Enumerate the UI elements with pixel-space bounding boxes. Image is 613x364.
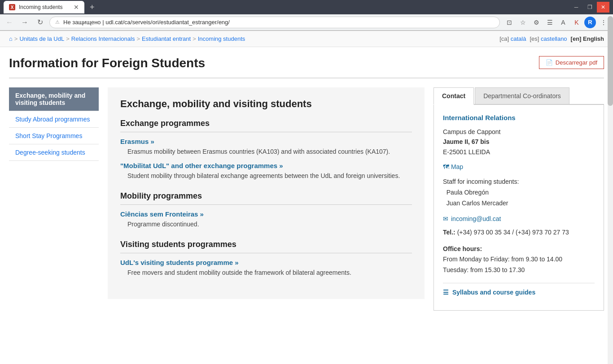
address-line3: E-25001 LLEIDA [443, 148, 490, 156]
acrobat-icon[interactable]: A [557, 17, 569, 28]
toolbar-icons: ⊡ ☆ ⚙ ☰ A K R ⋮ [504, 17, 609, 28]
breadcrumb-relacions[interactable]: Relacions Internacionals [71, 35, 135, 42]
contact-panel-content: International Relations Campus de Cappon… [433, 105, 604, 311]
bookmark-icon[interactable]: ☆ [517, 17, 529, 28]
office-hours-title: Office hours: [443, 245, 482, 252]
breadcrumb-unitats[interactable]: Unitats de la UdL [19, 35, 64, 42]
contact-tabs-header: Contact Departmental Co-ordinators [433, 87, 604, 105]
email-address: incoming@udl.cat [451, 215, 501, 222]
erasmus-link[interactable]: Erasmus [120, 138, 154, 145]
degree-seeking-link[interactable]: Degree-seeking students [15, 149, 85, 156]
contact-address: Campus de Cappont Jaume II, 67 bis E-250… [443, 127, 595, 157]
tel-numbers: (+34) 973 00 35 34 / (+34) 973 70 27 73 [457, 229, 569, 236]
page-header: Information for Foreign Students 📄 Desca… [9, 56, 604, 78]
tab-title: Incoming students [19, 4, 62, 10]
scrollbar-thumb[interactable] [608, 16, 613, 106]
content-layout: Exchange, mobility and visiting students… [9, 87, 604, 311]
address-line2: Jaume II, 67 bis [443, 138, 490, 145]
org-name: International Relations [443, 114, 595, 121]
staff-member-1: Paula Obregón [447, 189, 489, 196]
lang-ca[interactable]: [ca] català [499, 35, 526, 42]
erasmus-description: Erasmus mobility between Erasmus countri… [127, 147, 412, 156]
exchange-programmes-title: Exchange programmes [120, 119, 412, 132]
visiting-programme-link[interactable]: UdL's visiting students programme [120, 259, 239, 266]
tel-label: Tel.: [443, 229, 455, 236]
office-hours-line1: From Monday to Friday: from 9.30 to 14.0… [443, 256, 562, 263]
visiting-programmes-title: Visiting students programmes [120, 240, 412, 253]
address-bar[interactable]: ⚠ Не защищено | udl.cat/ca/serveis/ori/e… [49, 17, 500, 28]
sidebar-item-study-abroad[interactable]: Study Abroad programmes [9, 111, 99, 128]
sidebar-item-degree-seeking[interactable]: Degree-seeking students [9, 144, 99, 161]
new-tab-button[interactable]: + [87, 3, 97, 12]
address-line1: Campus de Cappont [443, 128, 500, 135]
tab-departmental[interactable]: Departmental Co-ordinators [475, 87, 569, 104]
profile-icon[interactable]: R [584, 17, 596, 28]
article-inner: Exchange, mobility and visiting students… [108, 87, 425, 299]
article-heading: Exchange, mobility and visiting students [120, 98, 412, 110]
forward-button[interactable]: → [19, 17, 31, 28]
browser-chrome: X Incoming students ✕ + ─ ❐ ✕ ← → ↻ ⚠ Не… [0, 0, 613, 31]
sidebar: Exchange, mobility and visiting students… [9, 87, 99, 311]
tel-info: Tel.: (+34) 973 00 35 34 / (+34) 973 70 … [443, 229, 595, 236]
syllabus-icon: ☰ [443, 289, 449, 296]
mobilitat-link[interactable]: "Mobilitat UdL" and other exchange progr… [120, 162, 283, 169]
lang-es[interactable]: [es] castellano [530, 35, 567, 42]
short-stay-link[interactable]: Short Stay Programmes [15, 132, 82, 139]
sidebar-item-short-stay[interactable]: Short Stay Programmes [9, 128, 99, 144]
email-icon: ✉ [443, 215, 448, 222]
staff-section: Staff for incoming students: Paula Obreg… [443, 177, 595, 208]
right-panel: Contact Departmental Co-ordinators Inter… [433, 87, 604, 311]
breadcrumb: ⌂ > Unitats de la UdL > Relacions Intern… [9, 35, 245, 42]
visiting-description: Free movers and student mobility outside… [127, 268, 412, 277]
study-abroad-link[interactable]: Study Abroad programmes [15, 116, 90, 123]
close-button[interactable]: ✕ [597, 2, 609, 13]
tab-close-button[interactable]: ✕ [74, 4, 79, 11]
window-controls: ─ ❐ ✕ [570, 2, 609, 13]
sidebar-item-exchange[interactable]: Exchange, mobility and visiting students [9, 87, 99, 111]
reader-icon[interactable]: ☰ [544, 17, 556, 28]
address-bar-row: ← → ↻ ⚠ Не защищено | udl.cat/ca/serveis… [0, 14, 613, 30]
mobility-programmes-section: Mobility programmes Ciências sem Frontei… [120, 191, 412, 229]
mobility-programmes-title: Mobility programmes [120, 191, 412, 205]
home-link[interactable]: ⌂ [9, 35, 13, 42]
staff-member-2: Juan Carlos Mercader [447, 199, 508, 207]
kaspersky-icon[interactable]: K [571, 17, 582, 28]
email-link[interactable]: ✉ incoming@udl.cat [443, 215, 595, 222]
breadcrumb-estudiantat[interactable]: Estudiantat entrant [142, 35, 191, 42]
security-icon: ⚠ [55, 19, 60, 25]
lang-en[interactable]: [en] English [571, 35, 604, 42]
syllabus-link[interactable]: ☰ Syllabus and course guides [443, 283, 595, 301]
office-hours-line2: Tuesday: from 15.30 to 17.30 [443, 266, 525, 273]
page-title: Information for Foreign Students [9, 56, 205, 70]
office-hours: Office hours: From Monday to Friday: fro… [443, 244, 595, 276]
pdf-icon: 📄 [546, 59, 553, 66]
extension-icon[interactable]: ⚙ [530, 17, 542, 28]
article-content: Exchange, mobility and visiting students… [108, 87, 425, 311]
pdf-button-label: Descarregar pdf [556, 59, 597, 66]
exchange-programmes-section: Exchange programmes Erasmus Erasmus mobi… [120, 119, 412, 181]
translate-icon[interactable]: ⊡ [504, 17, 515, 28]
scrollbar-track [608, 16, 613, 320]
breadcrumb-bar: ⌂ > Unitats de la UdL > Relacions Intern… [0, 31, 613, 47]
mobilitat-description: Student mobility through bilateral excha… [127, 171, 412, 181]
staff-label: Staff for incoming students: [443, 178, 519, 185]
language-switcher: [ca] català [es] castellano [en] English [499, 35, 604, 42]
ciencias-link[interactable]: Ciências sem Fronteiras [120, 210, 204, 218]
back-button[interactable]: ← [4, 17, 15, 28]
ciencias-description: Programme discontinued. [127, 220, 412, 229]
syllabus-label: Syllabus and course guides [452, 289, 535, 296]
browser-tab[interactable]: X Incoming students ✕ [4, 1, 84, 13]
tab-favicon: X [9, 4, 15, 10]
tab-contact[interactable]: Contact [433, 87, 474, 105]
page-wrapper: ⌂ > Unitats de la UdL > Relacions Intern… [0, 31, 613, 320]
visiting-programmes-section: Visiting students programmes UdL's visit… [120, 240, 412, 277]
main-content: Information for Foreign Students 📄 Desca… [0, 47, 613, 320]
pdf-download-button[interactable]: 📄 Descarregar pdf [539, 56, 604, 69]
maximize-button[interactable]: ❐ [583, 2, 596, 13]
minimize-button[interactable]: ─ [570, 2, 582, 13]
map-link[interactable]: Map [443, 163, 595, 170]
reload-button[interactable]: ↻ [34, 17, 46, 28]
title-bar: X Incoming students ✕ + ─ ❐ ✕ [0, 0, 613, 14]
url-display: Не защищено | udl.cat/ca/serveis/ori/est… [63, 19, 494, 26]
breadcrumb-incoming[interactable]: Incoming students [198, 35, 245, 42]
